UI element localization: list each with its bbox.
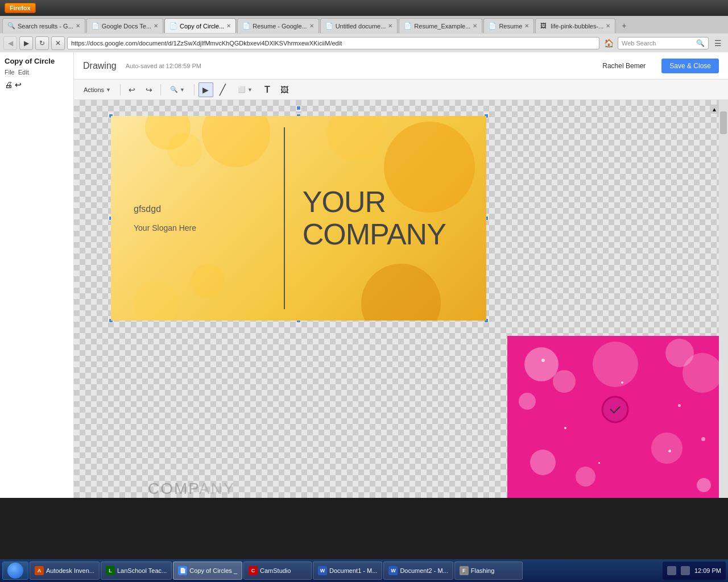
shape-tool-button[interactable]: ⬜ ▼ [233,82,258,97]
pink-bubbles-section[interactable] [507,336,728,498]
forward-button[interactable]: ▶ [19,36,33,50]
taskbar-flashing-label: Flashing [471,567,495,574]
line-icon: ╱ [220,84,226,96]
business-card-container[interactable]: gfsdgd Your Slogan Here YOUR COMPANY [111,116,486,321]
company-line1: YOUR [303,185,386,218]
taskbar-circles-label: Copy of Circles _ [189,567,237,574]
tab-close-resumeex[interactable]: ✕ [473,23,477,29]
card-right: YOUR COMPANY [291,116,486,321]
undo-button[interactable]: ↩ [125,82,139,97]
search-bar[interactable]: Web Search 🔍 [618,37,709,49]
taskbar-doc2[interactable]: W Document2 - M... [383,562,453,580]
card-company-small: gfsdgd [134,204,284,214]
drawing-toolbar: Actions ▼ ↩ ↪ 🔍 ▼ ▶ [74,80,728,100]
tab-pink[interactable]: 🖼 life-pink-bubbles-... ✕ [535,18,615,33]
tab-label-resume2: Resume [499,23,522,30]
card-left: gfsdgd Your Slogan Here [111,116,284,321]
tray-network-icon [667,566,676,575]
drawing-panel: Drawing Auto-saved at 12:08:59 PM Rachel… [74,52,728,498]
browser-menu-button[interactable]: ☰ [711,36,725,50]
tab-close-resume2[interactable]: ✕ [524,23,529,29]
tab-favicon-resume1: 📄 [242,22,250,30]
business-card: gfsdgd Your Slogan Here YOUR COMPANY [111,116,486,321]
tab-close-pink[interactable]: ✕ [606,23,610,29]
taskbar-autodesk[interactable]: A Autodesk Inven... [30,562,100,580]
taskbar: A Autodesk Inven... L LanSchool Teac... … [0,559,728,582]
tab-favicon-untitled: 📄 [325,22,333,30]
edit-menu[interactable]: Edit [18,69,29,76]
line-tool-button[interactable]: ╱ [216,82,230,97]
zoom-dropdown-icon: ▼ [180,87,185,93]
undo-icon-doc[interactable]: ↩ [15,80,22,89]
autosave-text: Auto-saved at 12:08:59 PM [126,63,594,69]
tab-resumeex[interactable]: 📄 Resume_Example... ✕ [399,18,482,33]
address-text: https://docs.google.com/document/d/1ZzSw… [71,40,595,47]
tab-favicon-circles: 📄 [169,22,177,30]
tab-circles[interactable]: 📄 Copy of Circle... ✕ [164,18,236,33]
tab-close-circles[interactable]: ✕ [226,23,231,29]
tab-gdocs[interactable]: 📄 Google Docs Te... ✕ [86,18,163,33]
text-icon: T [264,85,270,95]
drawing-header: Drawing Auto-saved at 12:08:59 PM Rachel… [74,52,728,80]
actions-dropdown-icon: ▼ [106,87,111,93]
taskbar-doc2-icon: W [388,566,398,575]
collapse-button[interactable]: ▲ [710,105,719,114]
doc-menu: File Edit [5,69,69,76]
save-close-button[interactable]: Save & Close [661,59,719,73]
card-company-name: YOUR COMPANY [303,186,446,251]
taskbar-flashing-icon: F [460,566,469,575]
actions-button[interactable]: Actions ▼ [78,82,116,97]
back-button[interactable]: ◀ [3,36,17,50]
zoom-button[interactable]: 🔍 ▼ [165,82,190,97]
navigation-bar: ◀ ▶ ↻ ✕ https://docs.google.com/document… [0,33,728,52]
search-placeholder: Web Search [622,40,694,47]
start-button[interactable] [2,562,28,580]
tab-label-resumeex: Resume_Example... [414,23,470,30]
tab-label-untitled: Untitled docume... [336,23,386,30]
tab-untitled[interactable]: 📄 Untitled docume... ✕ [320,18,398,33]
taskbar-doc1-label: Document1 - M... [329,567,377,574]
taskbar-doc1[interactable]: W Document1 - M... [313,562,382,580]
taskbar-circles[interactable]: 📄 Copy of Circles _ [173,562,242,580]
redo-button[interactable]: ↪ [142,82,156,97]
print-icon[interactable]: 🖨 [5,80,13,89]
tab-resume1[interactable]: 📄 Resume - Google... ✕ [237,18,318,33]
tab-close-gdocs[interactable]: ✕ [154,23,158,29]
tab-close-search[interactable]: ✕ [76,23,80,29]
image-tool-button[interactable]: 🖼 [277,82,292,97]
tab-resume2[interactable]: 📄 Resume ✕ [483,18,534,33]
system-tray: 12:09 PM [663,562,726,580]
stop-button[interactable]: ✕ [51,36,65,50]
tray-volume-icon [681,566,690,575]
tab-favicon-resumeex: 📄 [404,22,412,30]
taskbar-camstudio[interactable]: C CamStudio [243,562,312,580]
reload-button[interactable]: ↻ [35,36,49,50]
tab-close-resume1[interactable]: ✕ [309,23,314,29]
card-divider [284,127,285,309]
drawing-canvas[interactable]: gfsdgd Your Slogan Here YOUR COMPANY [74,100,728,498]
text-tool-button[interactable]: T [260,82,275,97]
scroll-thumb[interactable] [720,111,727,134]
tab-label-gdocs: Google Docs Te... [102,23,151,30]
tab-label-circles: Copy of Circle... [180,23,224,30]
home-button[interactable]: 🏠 [602,36,615,50]
canvas-scrollbar[interactable] [719,100,728,498]
address-bar[interactable]: https://docs.google.com/document/d/1ZzSw… [67,37,599,49]
firefox-button[interactable]: Firefox [5,3,36,13]
rotation-handle[interactable] [296,106,301,110]
taskbar-flashing[interactable]: F Flashing [454,562,523,580]
taskbar-circles-icon: 📄 [178,566,187,575]
file-menu[interactable]: File [5,69,15,76]
zoom-icon: 🔍 [170,86,178,93]
pink-circle-cursor[interactable] [602,396,629,423]
tab-favicon-search: 🔍 [7,22,15,30]
taskbar-lanschool[interactable]: L LanSchool Teac... [101,562,172,580]
taskbar-autodesk-icon: A [35,566,44,575]
tab-close-untitled[interactable]: ✕ [388,23,392,29]
shape-dropdown-icon: ▼ [247,87,253,93]
tab-search[interactable]: 🔍 Search results - G... ✕ [2,18,85,33]
actions-label: Actions [84,86,104,93]
new-tab-button[interactable]: + [617,18,631,33]
redo-icon: ↪ [146,85,152,94]
select-tool-button[interactable]: ▶ [198,82,213,97]
